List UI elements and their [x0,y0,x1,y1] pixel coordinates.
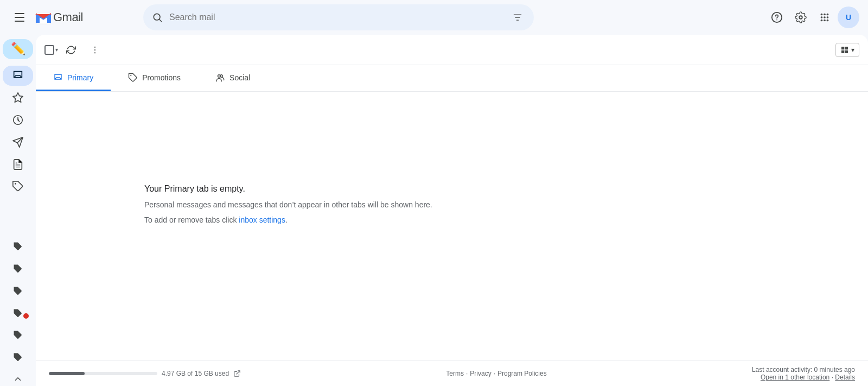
svg-point-13 [827,20,829,22]
menu-button[interactable] [9,7,30,28]
topbar: Gmail [0,0,868,35]
sidebar-item-label-5[interactable] [3,325,33,345]
sidebar-item-label-2[interactable] [3,259,33,279]
terms-link[interactable]: Terms [446,370,464,377]
label-filled-icon [13,242,23,251]
help-button[interactable] [766,7,788,28]
sidebar-item-drafts[interactable] [3,154,33,174]
tab-promotions[interactable]: Promotions [111,65,198,91]
svg-rect-20 [845,47,848,49]
tab-primary-label: Primary [67,73,93,82]
empty-title: Your Primary tab is empty. [144,184,245,194]
sidebar-item-labels[interactable] [3,176,33,197]
sidebar-item-sent[interactable] [3,132,33,152]
chevron-up-icon [13,374,23,384]
content-area: ▾ [36,35,868,386]
sidebar-item-snoozed[interactable] [3,110,33,130]
svg-point-16 [94,46,95,47]
sidebar: ✏️ [0,35,36,386]
tab-social[interactable]: Social [198,65,267,91]
label-filled-4-icon [13,308,23,318]
svg-point-3 [776,20,777,21]
gmail-wordmark: Gmail [53,10,83,24]
program-policies-link[interactable]: Program Policies [497,370,547,377]
details-link[interactable]: Details [835,374,855,381]
view-icon [840,46,849,54]
settings-button[interactable] [790,7,812,28]
svg-point-6 [824,14,826,16]
settings-text-period: . [285,216,288,224]
footer: 4.97 GB of 15 GB used Terms · Privacy · … [36,360,868,386]
footer-links: Terms · Privacy · Program Policies [446,370,546,377]
svg-point-23 [130,75,131,76]
svg-point-25 [220,74,223,77]
svg-rect-19 [841,47,844,49]
svg-point-10 [827,16,829,18]
search-options-icon[interactable] [510,10,525,25]
storage-text: 4.97 GB of 15 GB used [162,370,229,377]
last-activity-text: Last account activity: 0 minutes ago [752,366,855,374]
compose-button[interactable]: ✏️ [3,39,33,59]
select-dropdown-arrow[interactable]: ▾ [55,47,58,53]
svg-point-18 [94,52,95,53]
account-button[interactable]: U [838,7,859,28]
label-filled-2-icon [13,264,23,274]
label-icon [12,180,24,192]
svg-point-11 [821,20,823,22]
apps-button[interactable] [814,7,835,28]
search-icon[interactable] [152,12,163,23]
inbox-settings-link[interactable]: inbox settings [239,216,285,224]
svg-rect-21 [841,50,844,53]
more-options-button[interactable] [84,39,106,61]
storage-section: 4.97 GB of 15 GB used [49,370,241,377]
tab-social-label: Social [229,73,250,82]
sidebar-item-label-1[interactable] [3,237,33,257]
svg-point-8 [821,16,823,18]
svg-point-5 [821,14,823,16]
draft-icon [12,159,24,170]
search-input[interactable] [169,12,503,22]
collapse-sidebar-button[interactable] [3,372,33,386]
tab-promotions-label: Promotions [142,73,181,82]
storage-bar [49,372,157,375]
svg-point-15 [15,183,16,185]
open-in-link[interactable]: Open in 1 other location [761,374,829,381]
svg-point-7 [827,14,829,16]
promotions-tab-icon [128,73,138,83]
view-toggle-button[interactable]: ▾ [835,43,859,57]
label-filled-3-icon [13,286,23,296]
svg-rect-22 [845,50,848,53]
inbox-tabs: Primary Promotions Social [36,65,868,92]
tab-primary[interactable]: Primary [36,65,111,91]
refresh-button[interactable] [60,39,82,61]
main-layout: ✏️ [0,35,868,386]
refresh-icon [66,45,76,55]
empty-settings-text: To add or remove tabs click inbox settin… [144,216,288,224]
sidebar-item-label-4[interactable] [3,303,33,323]
clock-icon [12,114,24,126]
primary-tab-icon [53,73,63,83]
toolbar-right: ▾ [835,43,859,57]
more-vertical-icon [90,45,100,55]
sidebar-item-label-6[interactable] [3,347,33,368]
social-tab-icon [215,73,225,83]
empty-state: Your Primary tab is empty. Personal mess… [36,92,868,360]
sidebar-item-starred[interactable] [3,88,33,108]
view-dropdown-arrow: ▾ [851,46,854,54]
gmail-logo-icon [35,9,52,26]
gmail-logo[interactable]: Gmail [35,9,83,26]
privacy-link[interactable]: Privacy [470,370,491,377]
label-filled-6-icon [13,352,23,362]
svg-point-9 [824,16,826,18]
select-all-checkbox[interactable] [44,45,54,55]
hamburger-icon [15,13,24,22]
storage-manage-icon[interactable] [233,370,241,377]
empty-subtitle: Personal messages and messages that don’… [144,200,432,209]
sidebar-item-label-3[interactable] [3,281,33,301]
topbar-right: U [766,7,859,28]
unread-badge [23,313,29,319]
sidebar-item-inbox[interactable] [3,66,33,86]
svg-point-17 [94,49,95,50]
select-all-area: ▾ [44,45,58,55]
svg-point-12 [824,20,826,22]
